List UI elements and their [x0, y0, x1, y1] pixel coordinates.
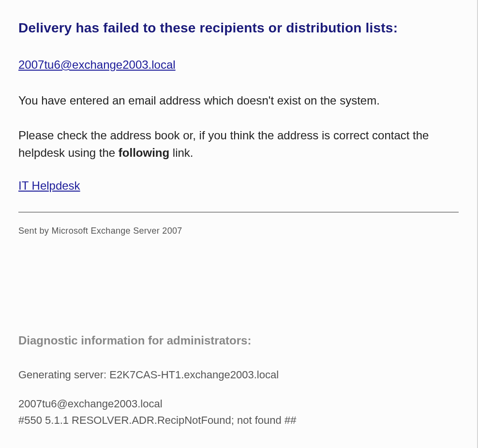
diagnostic-error-line: #550 5.1.1 RESOLVER.ADR.RecipNotFound; n… [18, 412, 459, 429]
failed-recipient-link[interactable]: 2007tu6@exchange2003.local [18, 58, 176, 72]
it-helpdesk-link[interactable]: IT Helpdesk [18, 179, 80, 193]
explanation-text-1: You have entered an email address which … [18, 92, 459, 109]
diagnostic-heading: Diagnostic information for administrator… [18, 334, 459, 347]
para2-pre: Please check the address book or, if you… [18, 129, 429, 159]
para2-bold: following [119, 146, 169, 159]
divider [18, 212, 459, 212]
explanation-text-2: Please check the address book or, if you… [18, 127, 459, 162]
failure-headline: Delivery has failed to these recipients … [18, 20, 459, 36]
diagnostic-section: Diagnostic information for administrator… [18, 334, 459, 429]
para2-post: link. [169, 146, 193, 159]
sent-by-footer: Sent by Microsoft Exchange Server 2007 [18, 226, 459, 236]
ndr-message-body: Delivery has failed to these recipients … [0, 0, 478, 448]
diagnostic-recipient-line: 2007tu6@exchange2003.local [18, 396, 459, 412]
generating-server-line: Generating server: E2K7CAS-HT1.exchange2… [18, 367, 459, 383]
